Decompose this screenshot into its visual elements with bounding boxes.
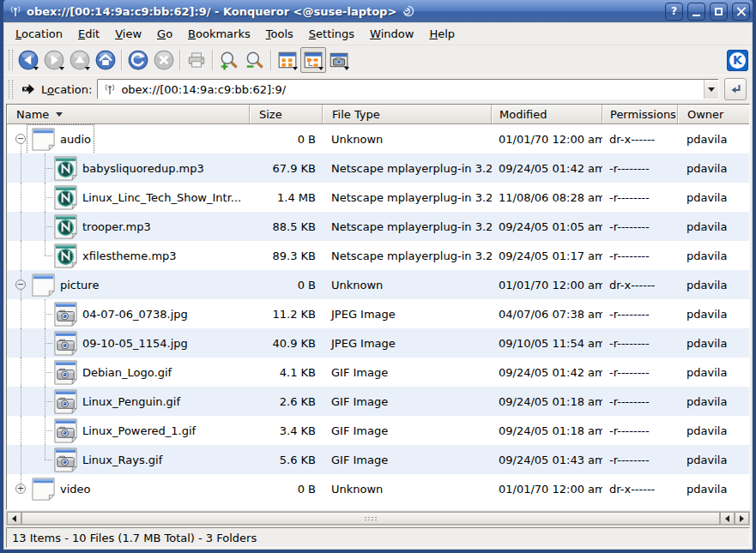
- help-window-button[interactable]: ?: [665, 3, 683, 21]
- icon-view-button[interactable]: [275, 47, 300, 73]
- table-row[interactable]: + video 0 B Unknown 01/01/70 12:00 am dr…: [7, 474, 749, 503]
- titlebar[interactable]: obex://[00:14:9a:c9:bb:62]:9/ - Konquero…: [3, 0, 753, 22]
- forward-dropdown-caret[interactable]: [59, 67, 64, 70]
- column-header-modified[interactable]: Modified: [492, 105, 602, 123]
- modified-cell: 09/24/05 01:18 am: [492, 387, 602, 416]
- file-item[interactable]: xfilestheme.mp3: [50, 242, 179, 270]
- tree-expander[interactable]: −: [15, 134, 26, 144]
- minimize-button[interactable]: [687, 3, 705, 21]
- scroll-left-button-2[interactable]: [720, 512, 735, 525]
- go-button[interactable]: [724, 78, 747, 100]
- image-preview-button[interactable]: [326, 47, 352, 73]
- stop-button[interactable]: [151, 47, 177, 73]
- horizontal-scrollbar[interactable]: [6, 511, 750, 526]
- file-name: Linux_Powered_1.gif: [82, 424, 196, 437]
- tree-expander[interactable]: −: [15, 280, 26, 290]
- name-cell[interactable]: + video: [7, 474, 250, 503]
- zoom-in-button[interactable]: [216, 47, 242, 73]
- table-row[interactable]: − audio 0 B Unknown 01/01/70 12:00 am dr…: [7, 124, 749, 153]
- close-icon: [736, 7, 746, 16]
- name-cell[interactable]: Linux_Powered_1.gif: [7, 416, 250, 445]
- name-cell[interactable]: Linux_Rays.gif: [7, 445, 250, 474]
- print-button[interactable]: [184, 47, 209, 73]
- file-item[interactable]: picture: [27, 271, 101, 299]
- table-row[interactable]: Linux_Rays.gif 5.6 KB GIF Image 09/24/05…: [7, 445, 749, 474]
- name-cell[interactable]: − picture: [7, 270, 250, 299]
- tree-line: [45, 445, 45, 460]
- column-header-file-type[interactable]: File Type: [323, 105, 492, 123]
- location-toolbar-grip[interactable]: [9, 80, 13, 99]
- up-dropdown-caret[interactable]: [85, 67, 90, 70]
- home-button[interactable]: [93, 47, 118, 73]
- table-row[interactable]: babysliquoredup.mp3 67.9 KB Netscape mpl…: [7, 153, 749, 183]
- name-cell[interactable]: 04-07-06_0738.jpg: [7, 299, 250, 328]
- tree-view-dropdown-caret[interactable]: [318, 67, 324, 70]
- file-item[interactable]: audio: [27, 125, 94, 153]
- image-preview-dropdown-caret[interactable]: [344, 67, 349, 70]
- menu-edit[interactable]: Edit: [70, 25, 107, 43]
- location-input[interactable]: obex://[00:14:9a:c9:bb:62]:9/: [98, 80, 704, 99]
- table-row[interactable]: Linux_Powered_1.gif 3.4 KB GIF Image 09/…: [7, 416, 749, 445]
- file-item[interactable]: Linux_Linc_Tech_Show_Intr...: [50, 183, 244, 212]
- up-button[interactable]: [67, 47, 93, 73]
- clear-location-icon[interactable]: [21, 81, 36, 97]
- name-cell[interactable]: trooper.mp3: [7, 212, 250, 241]
- menu-tools[interactable]: Tools: [258, 25, 301, 43]
- zoom-out-button[interactable]: [242, 47, 268, 73]
- table-row[interactable]: − picture 0 B Unknown 01/01/70 12:00 am …: [7, 270, 749, 299]
- menu-bookmarks[interactable]: Bookmarks: [180, 25, 258, 43]
- menu-help[interactable]: Help: [421, 25, 463, 43]
- column-header-size[interactable]: Size: [250, 105, 323, 123]
- close-button[interactable]: [732, 3, 750, 21]
- table-row[interactable]: xfilestheme.mp3 89.3 KB Netscape mplayer…: [7, 241, 749, 270]
- column-header-owner[interactable]: Owner: [678, 105, 749, 123]
- table-row[interactable]: 04-07-06_0738.jpg 11.2 KB JPEG Image 04/…: [7, 299, 749, 328]
- file-item[interactable]: Linux_Penguin.gif: [50, 388, 183, 416]
- scrollbar-thumb[interactable]: [21, 512, 720, 525]
- reload-button[interactable]: [125, 47, 151, 73]
- menu-go[interactable]: Go: [149, 25, 180, 43]
- menu-window[interactable]: Window: [362, 25, 421, 43]
- menu-settings[interactable]: Settings: [301, 25, 362, 43]
- maximize-button[interactable]: [710, 3, 728, 21]
- table-row[interactable]: 09-10-05_1154.jpg 40.9 KB JPEG Image 09/…: [7, 328, 749, 358]
- file-item[interactable]: babysliquoredup.mp3: [50, 154, 207, 183]
- tree-line: [21, 358, 21, 387]
- name-cell[interactable]: babysliquoredup.mp3: [7, 153, 250, 183]
- table-row[interactable]: trooper.mp3 88.5 KB Netscape mplayerplug…: [7, 212, 749, 241]
- permissions-cell: -r--------: [602, 416, 678, 445]
- name-cell[interactable]: 09-10-05_1154.jpg: [7, 328, 250, 358]
- file-item[interactable]: Debian_Logo.gif: [50, 358, 174, 387]
- file-item[interactable]: 09-10-05_1154.jpg: [50, 329, 191, 358]
- column-header-permissions[interactable]: Permissions: [602, 105, 678, 123]
- toolbar-grip[interactable]: [9, 50, 13, 70]
- scroll-right-button[interactable]: [735, 512, 749, 525]
- table-row[interactable]: Linux_Linc_Tech_Show_Intr... 1.4 MB Nets…: [7, 183, 749, 212]
- back-button[interactable]: [15, 47, 41, 73]
- location-dropdown-button[interactable]: [704, 80, 718, 99]
- menu-view[interactable]: View: [107, 25, 149, 43]
- file-item[interactable]: video: [27, 475, 94, 503]
- name-cell[interactable]: Linux_Penguin.gif: [7, 387, 250, 416]
- location-combobox[interactable]: obex://[00:14:9a:c9:bb:62]:9/: [97, 79, 719, 99]
- table-row[interactable]: Debian_Logo.gif 4.1 KB GIF Image 09/24/0…: [7, 358, 749, 387]
- icon-view-dropdown-caret[interactable]: [293, 67, 298, 70]
- file-type-cell: Unknown: [323, 124, 492, 153]
- forward-button[interactable]: [41, 47, 67, 73]
- kde-logo-icon[interactable]: K: [727, 50, 748, 71]
- file-item[interactable]: 04-07-06_0738.jpg: [50, 300, 191, 328]
- file-item[interactable]: Linux_Powered_1.gif: [50, 417, 198, 445]
- name-cell[interactable]: Linux_Linc_Tech_Show_Intr...: [7, 183, 250, 212]
- tree-view-button[interactable]: [300, 47, 326, 73]
- name-cell[interactable]: Debian_Logo.gif: [7, 358, 250, 387]
- file-item[interactable]: trooper.mp3: [50, 213, 154, 241]
- table-row[interactable]: Linux_Penguin.gif 2.6 KB GIF Image 09/24…: [7, 387, 749, 416]
- column-header-name[interactable]: Name: [7, 105, 250, 123]
- name-cell[interactable]: xfilestheme.mp3: [7, 241, 250, 270]
- file-item[interactable]: Linux_Rays.gif: [50, 446, 165, 474]
- back-dropdown-caret[interactable]: [33, 67, 39, 70]
- tree-expander[interactable]: +: [15, 484, 26, 494]
- scroll-left-button[interactable]: [7, 512, 21, 525]
- name-cell[interactable]: − audio: [7, 124, 250, 153]
- menu-location[interactable]: Location: [8, 25, 70, 43]
